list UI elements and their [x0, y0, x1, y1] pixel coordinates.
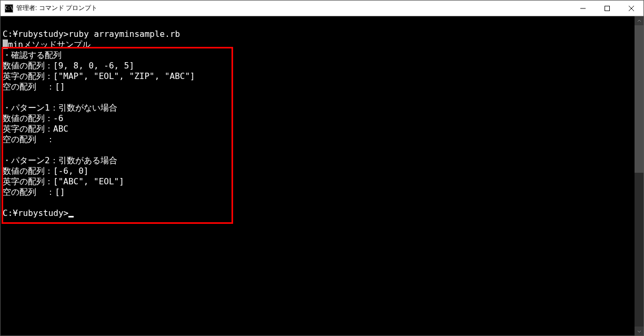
terminal-line: minメソッドサンプル — [3, 39, 632, 50]
terminal-line: ・パターン2：引数がある場合 — [3, 155, 632, 166]
terminal-area: C:¥rubystudy>ruby arrayminsample.rb minメ… — [1, 16, 643, 335]
scroll-down-button[interactable] — [635, 327, 643, 335]
terminal-line — [3, 197, 632, 208]
terminal-line: 数値の配列：[-6, 0] — [3, 166, 632, 176]
terminal-line: 空の配列 ：[] — [3, 82, 632, 92]
terminal-line: 英字の配列：ABC — [3, 124, 632, 134]
minimize-button[interactable] — [571, 1, 595, 16]
scroll-up-button[interactable] — [635, 16, 643, 25]
scroll-thumb[interactable] — [635, 25, 643, 173]
vertical-scrollbar[interactable] — [635, 16, 643, 335]
terminal-line: ・確認する配列 — [3, 50, 632, 61]
cmd-window: C:\ 管理者: コマンド プロンプト C:¥rubystudy>ruby ar… — [0, 0, 644, 336]
terminal-line: 数値の配列：-6 — [3, 113, 632, 124]
svg-rect-1 — [605, 6, 610, 11]
terminal-line: 英字の配列：["MAP", "EOL", "ZIP", "ABC"] — [3, 71, 632, 82]
close-button[interactable] — [619, 1, 643, 16]
window-title: 管理者: コマンド プロンプト — [16, 4, 571, 13]
close-icon — [629, 6, 634, 11]
terminal-line: C:¥rubystudy> — [3, 208, 632, 219]
terminal-line — [3, 18, 632, 29]
minimize-icon — [580, 6, 586, 11]
terminal-line: 空の配列 ：[] — [3, 187, 632, 197]
titlebar[interactable]: C:\ 管理者: コマンド プロンプト — [1, 1, 643, 16]
terminal-content[interactable]: C:¥rubystudy>ruby arrayminsample.rb minメ… — [1, 16, 635, 335]
window-controls — [571, 1, 643, 16]
chevron-up-icon — [637, 19, 641, 23]
maximize-button[interactable] — [595, 1, 619, 16]
terminal-line: 数値の配列：[9, 8, 0, -6, 5] — [3, 61, 632, 71]
cursor — [68, 216, 74, 218]
terminal-line — [3, 92, 632, 103]
terminal-line: 英字の配列：["ABC", "EOL"] — [3, 176, 632, 187]
terminal-line: ・パターン1：引数がない場合 — [3, 103, 632, 113]
terminal-line — [3, 145, 632, 155]
terminal-line: 空の配列 ： — [3, 134, 632, 145]
terminal-line: C:¥rubystudy>ruby arrayminsample.rb — [3, 29, 632, 39]
chevron-down-icon — [637, 329, 641, 333]
cmd-icon: C:\ — [5, 4, 13, 13]
maximize-icon — [605, 6, 610, 11]
